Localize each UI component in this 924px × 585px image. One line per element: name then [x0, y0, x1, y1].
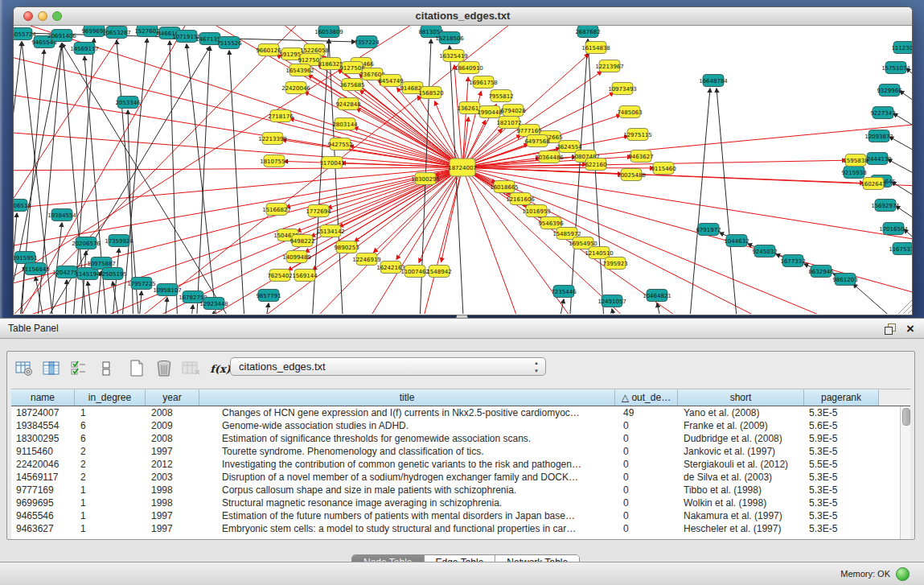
- graph-node[interactable]: 16648784: [699, 75, 728, 87]
- graph-node[interactable]: 7485063: [617, 106, 642, 118]
- graph-node[interactable]: 10653287: [102, 27, 131, 39]
- graph-node[interactable]: 19384554: [47, 209, 76, 221]
- table-cell[interactable]: 0: [615, 458, 678, 471]
- table-cell[interactable]: Nakamura et al. (1997): [678, 509, 804, 522]
- graph-node[interactable]: 1677332: [780, 255, 805, 267]
- graph-node[interactable]: 15166827: [262, 204, 291, 216]
- graph-node[interactable]: 20364486: [535, 151, 564, 163]
- table-cell[interactable]: 0: [615, 432, 678, 445]
- table-cell[interactable]: 2008: [146, 406, 199, 419]
- table-row[interactable]: 1456911722003Disruption of a novel membe…: [11, 471, 900, 484]
- graph-node[interactable]: 18300295: [411, 173, 440, 185]
- graph-node[interactable]: 16543962: [285, 64, 314, 76]
- column-header-pagerank[interactable]: pagerank: [804, 389, 879, 406]
- table-cell[interactable]: 5.3E-5: [804, 496, 879, 509]
- table-cell[interactable]: 1: [75, 522, 146, 535]
- close-button[interactable]: [23, 11, 33, 21]
- graph-node[interactable]: 9857791: [256, 290, 281, 302]
- table-cell[interactable]: 6: [75, 432, 146, 445]
- graph-node[interactable]: 2053346: [115, 97, 141, 109]
- table-cell[interactable]: 1997: [146, 522, 199, 535]
- graph-node[interactable]: 16154838: [581, 42, 610, 54]
- graph-node[interactable]: 9115460: [651, 163, 676, 175]
- table-selector-dropdown[interactable]: citations_edges.txt ▲▼: [230, 357, 546, 376]
- table-cell[interactable]: Estimation of the future numbers of pati…: [199, 509, 615, 522]
- graph-node[interactable]: 7955812: [488, 90, 513, 102]
- graph-node[interactable]: 12505195: [98, 268, 127, 280]
- graph-node[interactable]: 1548942: [426, 266, 451, 278]
- column-header-year[interactable]: year: [146, 389, 199, 406]
- table-cell[interactable]: Changes of HCN gene expression and I(f) …: [199, 406, 615, 419]
- table-row[interactable]: 1938455462009Genome-wide association stu…: [11, 419, 900, 432]
- table-cell[interactable]: Franke et al. (2009): [678, 419, 804, 432]
- graph-node[interactable]: 12213967: [595, 60, 624, 72]
- table-cell[interactable]: 1: [75, 484, 146, 496]
- graph-node[interactable]: 6791972: [696, 224, 721, 236]
- table-cell[interactable]: de Silva et al. (2003): [678, 471, 804, 484]
- table-cell[interactable]: Yano et al. (2008): [678, 406, 804, 419]
- graph-node[interactable]: 9427552: [327, 138, 352, 150]
- window-titlebar[interactable]: citations_edges.txt: [14, 7, 912, 26]
- graph-node[interactable]: 15692971: [871, 200, 900, 212]
- graph-node[interactable]: 622160: [585, 159, 607, 171]
- table-cell[interactable]: Tourette syndrome. Phenomenology and cla…: [199, 445, 615, 458]
- table-row[interactable]: 1872400712008Changes of HCN gene express…: [11, 406, 900, 419]
- table-cell[interactable]: 18300295: [11, 432, 75, 445]
- vertical-scrollbar[interactable]: [900, 406, 910, 539]
- graph-node[interactable]: 1772694: [306, 205, 331, 217]
- column-header-short[interactable]: short: [678, 389, 804, 406]
- graph-node[interactable]: 9861203: [832, 274, 857, 286]
- table-cell[interactable]: 5.3E-5: [804, 484, 879, 496]
- graph-node[interactable]: 18640910: [454, 62, 483, 74]
- graph-node[interactable]: 1602643: [860, 178, 885, 190]
- column-header-title[interactable]: title: [199, 389, 615, 406]
- table-cell[interactable]: 2012: [146, 458, 199, 471]
- graph-node[interactable]: 10973493: [608, 83, 637, 95]
- graph-node[interactable]: 15751074: [881, 62, 910, 74]
- graph-node[interactable]: 3915951: [14, 252, 38, 264]
- table-cell[interactable]: 2: [75, 458, 146, 471]
- graph-node[interactable]: 17016504: [879, 223, 908, 235]
- table-cell[interactable]: 2003: [146, 471, 199, 484]
- table-cell[interactable]: 2: [75, 471, 146, 484]
- graph-node[interactable]: 1595838: [843, 154, 868, 167]
- graph-node[interactable]: 24055724: [14, 28, 36, 40]
- table-cell[interactable]: Hescheler et al. (1997): [678, 522, 804, 535]
- table-cell[interactable]: Jankovic et al. (1997): [678, 445, 804, 458]
- table-cell[interactable]: 5.6E-5: [804, 419, 879, 432]
- table-cell[interactable]: 0: [615, 471, 678, 484]
- network-canvas[interactable]: 2405572494655462069140614569117969969510…: [14, 26, 912, 314]
- table-cell[interactable]: 5.3E-5: [804, 509, 879, 522]
- graph-node[interactable]: 9245032: [752, 245, 777, 257]
- table-row[interactable]: 946362711997Embryonic stem cells: a mode…: [11, 522, 900, 535]
- table-cell[interactable]: 6: [75, 419, 146, 432]
- table-cell[interactable]: 1: [75, 509, 146, 522]
- table-cell[interactable]: 5.3E-5: [804, 406, 879, 419]
- graph-node[interactable]: 7625402: [267, 270, 292, 282]
- delete-table-icon[interactable]: [154, 358, 175, 379]
- table-cell[interactable]: 0: [615, 484, 678, 496]
- table-cell[interactable]: Corpus callosum shape and size in male p…: [199, 484, 615, 496]
- graph-node[interactable]: 9215938: [841, 167, 866, 179]
- citation-network-graph[interactable]: 2405572494655462069140614569117969969510…: [14, 26, 912, 314]
- table-cell[interactable]: 1998: [146, 496, 199, 509]
- graph-node[interactable]: 9242848: [335, 98, 360, 110]
- table-cell[interactable]: 0: [615, 496, 678, 509]
- graph-node[interactable]: 12246919: [352, 253, 381, 266]
- zoom-button[interactable]: [52, 11, 62, 21]
- graph-node[interactable]: 16961758: [469, 76, 498, 89]
- memory-ok-indicator[interactable]: [896, 567, 910, 581]
- float-panel-icon[interactable]: [885, 323, 895, 334]
- table-cell[interactable]: 0: [615, 509, 678, 522]
- close-panel-icon[interactable]: ×: [906, 319, 914, 339]
- table-cell[interactable]: 9699695: [11, 496, 75, 509]
- graph-node[interactable]: 1044632: [724, 235, 749, 247]
- table-cell[interactable]: 9777169: [11, 484, 75, 496]
- table-cell[interactable]: 5.9E-5: [804, 432, 879, 445]
- graph-node[interactable]: 9329966: [877, 84, 902, 97]
- table-cell[interactable]: Disruption of a novel member of a sodium…: [199, 471, 615, 484]
- column-visibility-icon[interactable]: [41, 358, 62, 379]
- table-row[interactable]: 946554611997Estimation of the future num…: [11, 509, 900, 522]
- graph-node[interactable]: 22420046: [281, 82, 310, 94]
- table-row[interactable]: 1830029562008Estimation of significance …: [11, 432, 900, 445]
